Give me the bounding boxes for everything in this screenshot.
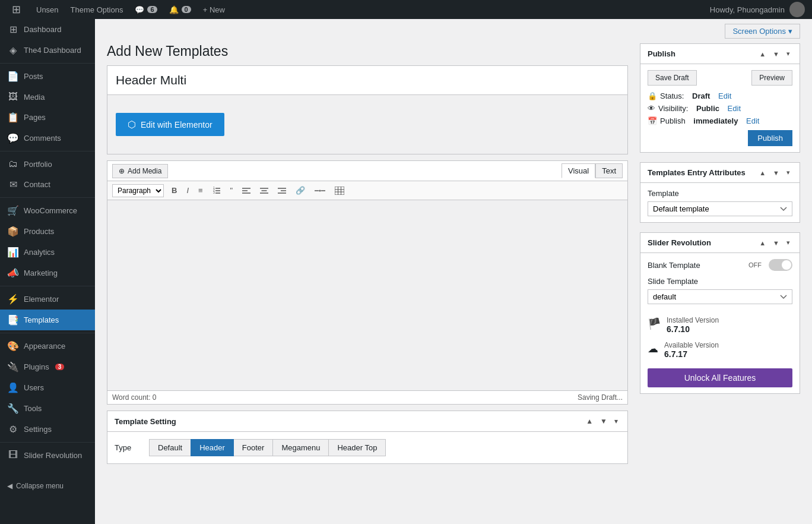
- admin-bar: ⊞ Unsen Theme Options 💬 6 🔔 0 + New Howd…: [0, 0, 812, 19]
- sidebar-item-products[interactable]: 📦 Products: [0, 221, 95, 242]
- status-edit-link[interactable]: Edit: [718, 91, 731, 100]
- adminbar-user[interactable]: Howdy, Phuongadmin: [710, 5, 785, 14]
- sidebar-item-plugins[interactable]: 🔌 Plugins 3: [0, 356, 95, 377]
- adminbar-new[interactable]: + New: [197, 0, 231, 19]
- align-right-icon: [278, 187, 286, 194]
- sidebar-item-dashboard[interactable]: ⊞ Dashboard: [0, 19, 95, 40]
- slider-revolution-body: Blank Template OFF Slide Template defaul…: [640, 253, 800, 393]
- sidebar-item-templates[interactable]: 📑 Templates: [0, 310, 95, 330]
- publish-button[interactable]: Publish: [748, 130, 792, 146]
- sidebar-item-analytics[interactable]: 📊 Analytics: [0, 242, 95, 263]
- adminbar-theme-options[interactable]: Theme Options: [65, 0, 129, 19]
- sidebar-item-slider-revolution[interactable]: 🎞 Slider Revolution: [0, 445, 95, 465]
- type-header-button[interactable]: Header: [191, 439, 234, 456]
- preview-button[interactable]: Preview: [751, 70, 792, 86]
- table-button[interactable]: [331, 184, 348, 197]
- template-setting-controls: ▲ ▼ ▾: [583, 416, 620, 427]
- adminbar-comments[interactable]: 💬 6: [129, 0, 163, 19]
- italic-button[interactable]: I: [182, 184, 193, 197]
- sidebar-item-users[interactable]: 👤 Users: [0, 377, 95, 398]
- template-setting-toggle-button[interactable]: ▾: [612, 416, 620, 427]
- slider-revolution-down-button[interactable]: ▼: [770, 238, 782, 248]
- sidebar-item-comments[interactable]: 💬 Comments: [0, 128, 95, 149]
- link-button[interactable]: 🔗: [291, 184, 309, 197]
- sidebar-item-tools[interactable]: 🔧 Tools: [0, 398, 95, 419]
- read-more-icon: [315, 187, 325, 194]
- unordered-list-button[interactable]: ≡: [194, 184, 207, 197]
- sidebar-item-contact[interactable]: ✉ Contact: [0, 174, 95, 195]
- tab-text[interactable]: Text: [595, 163, 623, 178]
- users-icon: 👤: [7, 382, 19, 393]
- slider-revolution-title: Slider Revolution: [648, 238, 711, 247]
- template-setting-header[interactable]: Template Setting ▲ ▼ ▾: [107, 411, 627, 432]
- blockquote-button[interactable]: ": [226, 184, 237, 197]
- ordered-list-button[interactable]: 123: [208, 184, 225, 197]
- edit-with-elementor-button[interactable]: ⬡ Edit with Elementor: [116, 113, 224, 136]
- table-icon: [335, 187, 344, 195]
- template-select-label: Template: [648, 189, 792, 198]
- slide-template-select[interactable]: default: [648, 289, 792, 304]
- collapse-menu[interactable]: ◀ Collapse menu: [0, 477, 95, 495]
- type-footer-button[interactable]: Footer: [233, 439, 274, 456]
- publish-box-down-button[interactable]: ▼: [770, 49, 782, 59]
- sidebar-item-woocommerce[interactable]: 🛒 WooCommerce: [0, 200, 95, 221]
- wp-logo-icon[interactable]: ⊞: [7, 3, 26, 16]
- sidebar-item-the4-dashboard[interactable]: ◈ The4 Dashboard: [0, 40, 95, 61]
- template-setting-metabox: Template Setting ▲ ▼ ▾ Type Default: [107, 411, 628, 464]
- unlock-all-features-button[interactable]: Unlock All Features: [648, 368, 792, 387]
- sidebar-item-portfolio[interactable]: 🗂 Portfolio: [0, 154, 95, 174]
- templates-icon: 📑: [7, 314, 19, 326]
- align-right-button[interactable]: [274, 185, 290, 197]
- type-header-top-button[interactable]: Header Top: [328, 439, 386, 456]
- svg-text:3: 3: [213, 191, 215, 194]
- available-version-row: ☁ Available Version 6.7.17: [648, 337, 792, 362]
- type-default-button[interactable]: Default: [149, 439, 191, 456]
- post-title-input[interactable]: [107, 66, 627, 94]
- align-center-button[interactable]: [256, 185, 272, 197]
- blank-template-row: Blank Template OFF: [648, 259, 792, 271]
- sub-header: Screen Options ▾: [95, 19, 812, 43]
- sidebar-item-marketing[interactable]: 📣 Marketing: [0, 263, 95, 283]
- contact-icon: ✉: [7, 179, 19, 190]
- read-more-button[interactable]: [310, 185, 329, 197]
- publish-actions: Save Draft Preview: [648, 70, 792, 86]
- tab-visual[interactable]: Visual: [562, 163, 595, 178]
- slider-revolution-toggle-button[interactable]: ▾: [784, 238, 792, 248]
- bold-button[interactable]: B: [167, 184, 181, 197]
- publish-time-edit-link[interactable]: Edit: [746, 116, 759, 125]
- publish-time-row: 📅 Publish immediately Edit: [648, 116, 792, 125]
- adminbar-site-name[interactable]: Unsen: [30, 0, 65, 19]
- template-select[interactable]: Default template: [648, 201, 792, 216]
- publish-box-toggle-button[interactable]: ▾: [784, 49, 792, 59]
- visibility-edit-link[interactable]: Edit: [728, 104, 741, 113]
- save-draft-button[interactable]: Save Draft: [648, 70, 697, 86]
- type-label: Type: [115, 443, 144, 452]
- posts-icon: 📄: [7, 71, 19, 82]
- align-left-button[interactable]: [238, 185, 255, 197]
- add-media-button[interactable]: ⊕ Add Media: [112, 164, 168, 178]
- sidebar-item-posts[interactable]: 📄 Posts: [0, 66, 95, 87]
- saving-status: Saving Draft...: [578, 393, 623, 402]
- templates-entry-toggle-button[interactable]: ▾: [784, 168, 792, 178]
- sidebar-item-pages[interactable]: 📋 Pages: [0, 107, 95, 128]
- publish-box-up-button[interactable]: ▲: [757, 49, 768, 59]
- editor-body[interactable]: [107, 200, 627, 390]
- adminbar-notifications[interactable]: 🔔 0: [163, 0, 197, 19]
- templates-entry-down-button[interactable]: ▼: [770, 168, 782, 178]
- slider-revolution-up-button[interactable]: ▲: [757, 238, 768, 248]
- template-setting-down-button[interactable]: ▼: [598, 416, 610, 427]
- type-megamenu-button[interactable]: Megamenu: [272, 439, 329, 456]
- sidebar-item-elementor[interactable]: ⚡ Elementor: [0, 289, 95, 310]
- templates-entry-up-button[interactable]: ▲: [757, 168, 768, 178]
- sidebar-item-settings[interactable]: ⚙ Settings: [0, 419, 95, 440]
- templates-entry-header: Templates Entry Attributes ▲ ▼ ▾: [640, 163, 800, 183]
- publish-box-header: Publish ▲ ▼ ▾: [640, 44, 800, 64]
- screen-options-button[interactable]: Screen Options ▾: [725, 24, 800, 39]
- sidebar-item-media[interactable]: 🖼 Media: [0, 87, 95, 107]
- sidebar-item-appearance[interactable]: 🎨 Appearance: [0, 336, 95, 356]
- word-count-bar: Word count: 0 Saving Draft...: [107, 390, 627, 404]
- paragraph-select[interactable]: Paragraph: [112, 184, 164, 197]
- template-setting-up-button[interactable]: ▲: [583, 416, 595, 427]
- elementor-area: ⬡ Edit with Elementor: [107, 95, 628, 154]
- blank-template-toggle[interactable]: [769, 259, 792, 271]
